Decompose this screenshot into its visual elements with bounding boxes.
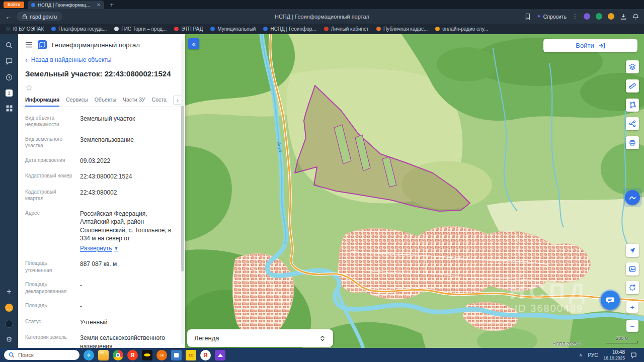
url-field[interactable]: nspd.gov.ru: [17, 12, 62, 21]
bookmark-favicon: [6, 27, 11, 31]
bookmark-item[interactable]: Муниципальный: [210, 26, 256, 32]
bookmark-label: Публичная кадас...: [383, 26, 428, 32]
collapse-panel-button[interactable]: «: [188, 38, 199, 49]
share-button[interactable]: [626, 117, 639, 130]
tray-expand-icon[interactable]: ∧: [579, 352, 583, 357]
legend-toggle[interactable]: Легенда: [187, 329, 333, 347]
tab-counter-badge[interactable]: 1: [6, 89, 13, 97]
apps-grid-icon[interactable]: [6, 105, 13, 112]
tab-information[interactable]: Информация: [25, 97, 59, 107]
yandex-icon[interactable]: Я: [127, 350, 138, 360]
bookmark-flag-icon[interactable]: [525, 13, 531, 20]
settings-gear-icon[interactable]: ⚙: [6, 336, 13, 343]
refresh-button[interactable]: [626, 281, 639, 294]
search-icon[interactable]: [5, 41, 13, 49]
notifications-bell-icon[interactable]: [632, 13, 639, 20]
browser-signin-button[interactable]: Войти: [4, 2, 24, 8]
map-viewport[interactable]: Ануй « Войти: [185, 34, 644, 348]
bookmark-label: КГБУ ОЭПАК: [13, 26, 44, 32]
panel-tabs: Информация Сервисы Объекты Части ЗУ Сост…: [18, 94, 185, 107]
map-canvas[interactable]: Ануй: [185, 34, 644, 348]
extension-icon[interactable]: [608, 13, 614, 20]
menu-kebab-icon[interactable]: ⋮: [572, 13, 578, 20]
tab-composition[interactable]: Соста: [152, 97, 167, 107]
tab-services[interactable]: Сервисы: [66, 97, 88, 107]
language-indicator[interactable]: РУС: [588, 352, 598, 358]
my-location-button[interactable]: [626, 244, 639, 257]
field-label: Вид объекта недвижимости: [25, 115, 73, 128]
draw-tool-active-button[interactable]: [623, 188, 642, 207]
bookmark-item[interactable]: ЭТП РАД: [174, 26, 203, 32]
panel-scrollbar[interactable]: [181, 40, 184, 344]
time: 10:48: [603, 349, 625, 355]
search-icon: [9, 352, 15, 358]
legend-label: Легенда: [194, 334, 219, 342]
tab-objects[interactable]: Объекты: [95, 97, 116, 107]
dark-app-icon[interactable]: [5, 320, 13, 328]
extension-icon[interactable]: [596, 13, 602, 20]
bookmark-item[interactable]: Публичная кадас...: [376, 26, 428, 32]
attribute-row: Кадастровый номер 22:43:080002:1524: [25, 169, 178, 185]
sparkle-icon: ✦: [536, 13, 541, 20]
bookmark-item[interactable]: НСПД | Геоинфор...: [263, 26, 316, 32]
add-panel-icon[interactable]: +: [7, 288, 11, 296]
hamburger-menu-icon[interactable]: [25, 42, 33, 48]
emoji-app-icon[interactable]: [5, 304, 13, 312]
new-tab-button[interactable]: +: [108, 2, 116, 8]
telegram-icon[interactable]: ✈: [84, 350, 94, 360]
onec-app-icon[interactable]: 1С: [186, 350, 196, 360]
bookmark-favicon: [435, 27, 440, 31]
browser-tab[interactable]: НСПД | Геоинформац... ✕: [28, 1, 104, 9]
measure-ruler-button[interactable]: [626, 79, 639, 93]
support-chat-button[interactable]: [599, 289, 621, 311]
yandex-browser-icon[interactable]: Я: [200, 350, 211, 360]
file-explorer-icon[interactable]: [98, 350, 109, 360]
ask-ai-button[interactable]: ✦ Спросить: [536, 13, 567, 20]
taskbar-clock[interactable]: 10:48 16.10.2025: [603, 349, 625, 360]
bookmarks-bar: КГБУ ОЭПАК Платформа госуда... ГИС Торги…: [0, 24, 644, 34]
favorite-star-icon[interactable]: ☆: [25, 83, 33, 93]
back-to-results-link[interactable]: ‹ Назад в найденные объекты: [18, 53, 185, 64]
zoom-out-button[interactable]: −: [626, 320, 638, 332]
map-login-button[interactable]: Войти: [543, 39, 637, 52]
attribute-list: Вид объекта недвижимости Земельный участ…: [18, 107, 185, 348]
field-value: Землепользование: [80, 136, 178, 149]
taskbar-search[interactable]: Поиск: [4, 350, 79, 360]
chat-bubble-icon: [601, 291, 620, 310]
tab-close-icon[interactable]: ✕: [97, 3, 101, 8]
scale-line: [606, 341, 638, 343]
save-app-icon[interactable]: [171, 350, 182, 360]
downloads-icon[interactable]: [620, 13, 627, 20]
ok-app-icon[interactable]: ok: [156, 350, 167, 360]
bookmark-label: ГИС Торги – прод...: [121, 26, 167, 32]
bookmark-item[interactable]: Личный кабинет: [324, 26, 369, 32]
tab-parcel-parts[interactable]: Части ЗУ: [123, 97, 145, 107]
attribute-row: Кадастровый квартал 22:43:080002: [25, 185, 178, 206]
field-label: Вид земельного участка: [25, 136, 73, 149]
url-text: nspd.gov.ru: [30, 14, 57, 20]
screenshot-button[interactable]: [626, 262, 639, 276]
bat-app-icon[interactable]: [142, 350, 152, 360]
print-button[interactable]: [626, 136, 639, 149]
zoom-in-button[interactable]: +: [626, 301, 638, 313]
attribute-row: Дата присвоения 09.03.2022: [25, 153, 178, 169]
expand-address-link[interactable]: Развернуть ▼: [80, 244, 119, 253]
bookmark-favicon: [174, 27, 179, 31]
extension-icon[interactable]: [584, 13, 590, 20]
back-icon[interactable]: ←: [5, 13, 12, 20]
browser-icon[interactable]: [113, 350, 123, 360]
bookmark-item[interactable]: ГИС Торги – прод...: [114, 26, 167, 32]
layers-button[interactable]: [626, 60, 639, 73]
history-clock-icon[interactable]: [5, 73, 13, 81]
bookmark-item[interactable]: Платформа госуда...: [51, 26, 107, 32]
bookmark-item[interactable]: КГБУ ОЭПАК: [6, 26, 44, 32]
bookmark-favicon: [263, 27, 268, 31]
photos-app-icon[interactable]: [215, 350, 225, 360]
chat-icon[interactable]: [5, 57, 13, 65]
bookmark-item[interactable]: онлайн-радио слу...: [435, 26, 488, 32]
scrollbar-thumb[interactable]: [181, 106, 184, 272]
draw-polygon-button[interactable]: [626, 99, 639, 112]
notifications-icon[interactable]: [630, 351, 637, 358]
pen-icon: [625, 190, 640, 205]
field-value: -: [80, 302, 178, 311]
